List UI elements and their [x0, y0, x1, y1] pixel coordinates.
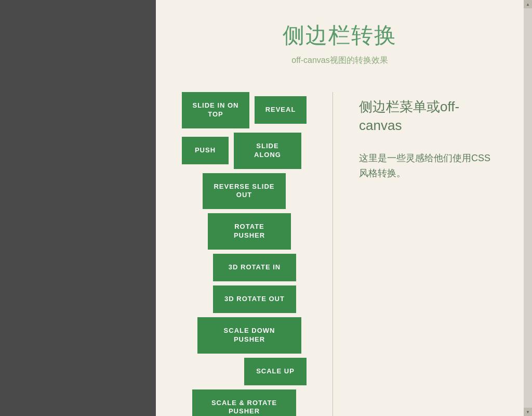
button-row-2: PUSH SLIDE ALONG: [182, 133, 301, 169]
button-row-5: 3D ROTATE IN: [182, 254, 296, 281]
reveal-button[interactable]: REVEAL: [255, 96, 307, 124]
button-row-7: SCALE DOWN PUSHER: [182, 317, 301, 354]
page-subtitle: off-canvas视图的转换效果: [182, 55, 498, 66]
3d-rotate-in-button[interactable]: 3D ROTATE IN: [213, 254, 296, 281]
info-description: 这里是一些灵感给他们使用CSS风格转换。: [359, 151, 498, 181]
scrollbar-up-button[interactable]: ▲: [524, 0, 532, 8]
slide-along-button[interactable]: SLIDE ALONG: [234, 133, 301, 169]
button-row-3: REVERSE SLIDE OUT: [182, 173, 286, 210]
scrollbar-track: [524, 8, 532, 408]
3d-rotate-out-button[interactable]: 3D ROTATE OUT: [213, 285, 296, 313]
sidebar: [0, 0, 156, 416]
button-row-4: ROTATE PUSHER: [182, 213, 291, 250]
page-title: 侧边栏转换: [182, 21, 498, 50]
content-area: 侧边栏转换 off-canvas视图的转换效果 SLIDE IN ON TOP …: [156, 0, 524, 416]
info-title: 侧边栏菜单或off-canvas: [359, 97, 498, 135]
reverse-slide-out-button[interactable]: REVERSE SLIDE OUT: [203, 173, 286, 210]
rotate-pusher-button[interactable]: ROTATE PUSHER: [208, 213, 291, 250]
main-content: 侧边栏转换 off-canvas视图的转换效果 SLIDE IN ON TOP …: [156, 0, 524, 416]
info-column: 侧边栏菜单或off-canvas 这里是一些灵感给他们使用CSS风格转换。: [359, 92, 498, 180]
button-row-1: SLIDE IN ON TOP REVEAL: [182, 92, 307, 128]
scale-down-pusher-button[interactable]: SCALE DOWN PUSHER: [197, 317, 301, 354]
button-row-9: SCALE & ROTATE PUSHER: [182, 389, 296, 416]
scrollbar-down-button[interactable]: ▼: [524, 408, 532, 416]
scale-up-button[interactable]: SCALE UP: [244, 358, 307, 385]
scale-rotate-pusher-button[interactable]: SCALE & ROTATE PUSHER: [192, 389, 296, 416]
button-row-6: 3D ROTATE OUT: [182, 285, 296, 313]
button-row-8: SCALE UP: [182, 358, 307, 385]
scrollbar: ▲ ▼: [524, 0, 532, 416]
slide-in-on-top-button[interactable]: SLIDE IN ON TOP: [182, 92, 249, 128]
layout-row: SLIDE IN ON TOP REVEAL PUSH SLIDE ALONG …: [182, 92, 498, 416]
buttons-column: SLIDE IN ON TOP REVEAL PUSH SLIDE ALONG …: [182, 92, 307, 416]
divider: [332, 92, 333, 416]
push-button[interactable]: PUSH: [182, 137, 229, 164]
